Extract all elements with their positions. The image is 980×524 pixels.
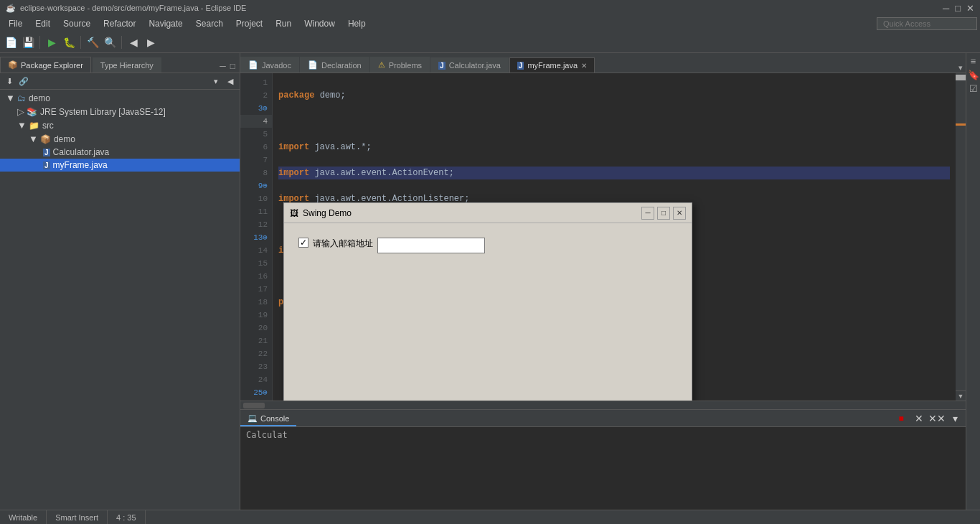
debug-button[interactable]: 🐛 <box>61 34 77 50</box>
menu-edit[interactable]: Edit <box>29 17 56 30</box>
tree-item-jre[interactable]: ▷ 📚 JRE System Library [JavaSE-12] <box>0 105 240 118</box>
menu-run[interactable]: Run <box>270 17 297 30</box>
line-gutter: 1 2 3⊕ 4 5 6 7 8 9⊕ 10 11 12 13⊕ 14 15 1… <box>240 73 273 401</box>
next-button[interactable]: ▶ <box>143 34 159 50</box>
outline-icon[interactable]: ≡ <box>971 56 976 67</box>
console-stop-button[interactable]: ■ <box>893 411 909 426</box>
titlebar-title: eclipse-workspace - demo/src/demo/myFram… <box>20 4 246 12</box>
collapse-all-button[interactable]: ⬇ <box>3 75 16 88</box>
link-editor-button[interactable]: 🔗 <box>17 75 30 88</box>
console-menu-button[interactable]: ▾ <box>947 411 963 426</box>
swing-demo-window: 🖼 Swing Demo ─ □ ✕ ✓ 请输入邮箱地址 <box>283 202 692 401</box>
swing-checkbox[interactable]: ✓ <box>298 238 308 248</box>
console-close-button[interactable]: ✕ <box>911 411 927 426</box>
new-button[interactable]: 📄 <box>3 34 19 50</box>
line-23: 23 <box>240 360 272 373</box>
javadoc-label: Javadoc <box>262 61 291 70</box>
tree-menu-button[interactable]: ▾ <box>209 75 222 88</box>
console-tabs: 💻 Console ■ ✕ ✕✕ ▾ <box>240 410 966 427</box>
swing-controls[interactable]: ─ □ ✕ <box>641 207 686 220</box>
line-11: 11 <box>240 205 272 218</box>
titlebar-controls[interactable]: ─ □ ✕ <box>943 3 974 14</box>
type-hierarchy-label: Type Hierarchy <box>100 61 154 70</box>
line-25: 25⊕ <box>240 386 272 399</box>
menu-navigate[interactable]: Navigate <box>143 17 188 30</box>
tab-package-explorer[interactable]: 📦 Package Explorer <box>0 57 91 72</box>
bookmarks-icon[interactable]: 🔖 <box>968 70 979 80</box>
console-text: Calculat <box>246 430 288 440</box>
search-toolbar-button[interactable]: 🔍 <box>102 34 118 50</box>
menu-window[interactable]: Window <box>298 17 341 30</box>
tree-back-button[interactable]: ◀ <box>224 75 237 88</box>
line-10: 10 <box>240 192 272 205</box>
save-button[interactable]: 💾 <box>20 34 36 50</box>
menu-search[interactable]: Search <box>190 17 229 30</box>
h-scroll-thumb[interactable] <box>243 403 265 408</box>
swing-close-button[interactable]: ✕ <box>673 207 686 220</box>
tab-problems[interactable]: ⚠ Problems <box>370 57 430 72</box>
scroll-thumb[interactable] <box>956 75 966 80</box>
menu-project[interactable]: Project <box>230 17 268 30</box>
horizontal-scrollbar[interactable] <box>240 401 966 409</box>
toolbar-separator-3 <box>121 36 122 49</box>
menu-refactor[interactable]: Refactor <box>98 17 141 30</box>
swing-maximize-button[interactable]: □ <box>657 207 670 220</box>
swing-minimize-button[interactable]: ─ <box>641 207 654 220</box>
menu-source[interactable]: Source <box>57 17 96 30</box>
maximize-button[interactable]: □ <box>955 3 961 14</box>
line-12: 12 <box>240 218 272 231</box>
console-label: Console <box>260 414 289 423</box>
toolbar-separator-2 <box>80 36 81 49</box>
statusbar: Writable Smart Insert 4 : 35 <box>0 510 980 524</box>
swing-checkbox-label[interactable]: 请输入邮箱地址 <box>313 238 373 250</box>
calculator-tab-icon: J <box>438 62 446 70</box>
minimize-button[interactable]: ─ <box>943 3 949 14</box>
swing-email-textfield[interactable] <box>377 238 485 253</box>
tab-type-hierarchy[interactable]: Type Hierarchy <box>93 57 161 72</box>
build-button[interactable]: 🔨 <box>85 34 100 50</box>
quick-access-input[interactable] <box>877 17 977 30</box>
minimize-panel-button[interactable]: ─ <box>218 60 227 72</box>
scroll-down-button[interactable]: ▼ <box>956 390 966 401</box>
tasks-icon[interactable]: ☑ <box>969 83 978 94</box>
line-7: 7 <box>240 154 272 167</box>
console-closeall-button[interactable]: ✕✕ <box>929 411 945 426</box>
close-button[interactable]: ✕ <box>966 3 974 14</box>
tab-myframe[interactable]: J myFrame.java ✕ <box>509 57 595 72</box>
line-16: 16 <box>240 270 272 283</box>
editor-tabs-menu[interactable]: ▾ <box>958 63 963 72</box>
titlebar: ☕ eclipse-workspace - demo/src/demo/myFr… <box>0 0 980 16</box>
tab-javadoc[interactable]: 📄 Javadoc <box>240 57 299 72</box>
menu-file[interactable]: File <box>3 17 28 30</box>
console-body[interactable]: Calculat <box>240 427 966 510</box>
tab-declaration[interactable]: 📄 Declaration <box>300 57 369 72</box>
myframe-tab-close[interactable]: ✕ <box>581 62 587 70</box>
editor-area: 1 2 3⊕ 4 5 6 7 8 9⊕ 10 11 12 13⊕ 14 15 1… <box>240 73 966 401</box>
tab-calculator[interactable]: J Calculator.java <box>430 57 509 72</box>
declaration-icon: 📄 <box>308 60 318 70</box>
line-14: 14 <box>240 244 272 257</box>
line-4: 4 <box>240 115 272 128</box>
expand-icon-src: ▼ <box>17 120 27 131</box>
line-26: 26 <box>240 399 272 401</box>
line-9: 9⊕ <box>240 179 272 192</box>
prev-button[interactable]: ◀ <box>126 34 141 50</box>
titlebar-left: ☕ eclipse-workspace - demo/src/demo/myFr… <box>6 4 246 13</box>
scroll-track <box>956 80 966 390</box>
maximize-panel-button[interactable]: □ <box>229 60 237 72</box>
console-icon: 💻 <box>248 413 258 423</box>
code-line-1: package demo; <box>278 89 950 102</box>
tree-item-src[interactable]: ▼ 📁 src <box>0 118 240 132</box>
tree-item-calculator[interactable]: J Calculator.java <box>0 146 240 159</box>
right-panel: 📄 Javadoc 📄 Declaration ⚠ Problems J Cal… <box>240 53 966 510</box>
tree-item-myframe[interactable]: J myFrame.java <box>0 159 240 172</box>
tree-item-demo-package[interactable]: ▼ 📦 demo <box>0 132 240 146</box>
swing-demo-body: ✓ 请输入邮箱地址 <box>284 223 692 401</box>
tree-item-demo-project[interactable]: ▼ 🗂 demo <box>0 91 240 105</box>
editor-scrollbar[interactable]: ▼ <box>956 73 966 401</box>
menu-help[interactable]: Help <box>342 17 372 30</box>
package-explorer-label: Package Explorer <box>21 61 83 70</box>
console-tab[interactable]: 💻 Console <box>240 411 296 426</box>
swing-title-left: 🖼 Swing Demo <box>290 208 352 218</box>
run-button[interactable]: ▶ <box>44 34 60 50</box>
